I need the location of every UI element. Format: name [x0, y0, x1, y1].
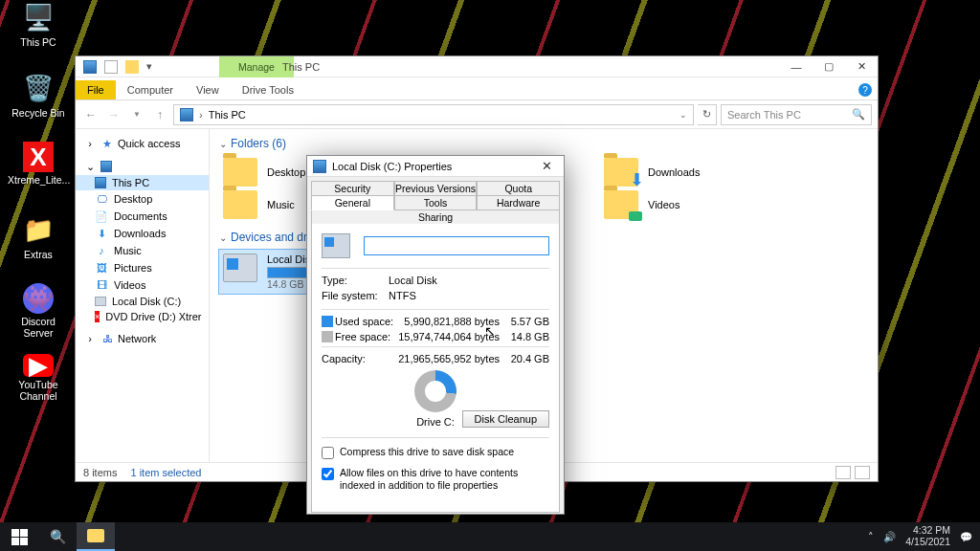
properties-icon[interactable] [104, 60, 118, 74]
label-used: Used space: [335, 316, 396, 327]
folder-videos[interactable]: Videos [600, 188, 772, 221]
label-capacity: Capacity: [322, 353, 396, 364]
nav-item-dvd-drive[interactable]: ×DVD Drive (D:) Xtrer [76, 309, 209, 324]
drive-letter-label: Drive C: [416, 416, 455, 428]
group-folders[interactable]: Folders (6) [219, 137, 868, 150]
nav-network[interactable]: ›🖧Network [76, 330, 209, 347]
nav-label: Local Disk (C:) [112, 296, 181, 307]
nav-item-desktop[interactable]: 🖵Desktop [76, 190, 209, 208]
back-button[interactable]: ← [81, 105, 100, 124]
taskbar: 🔍 ˄ 🔊 4:32 PM 4/15/2021 💬 [0, 522, 980, 551]
value-filesystem: NTFS [389, 290, 549, 301]
minimize-button[interactable]: — [780, 56, 813, 77]
pc-icon [180, 108, 193, 121]
nav-item-music[interactable]: ♪Music [76, 242, 209, 259]
dialog-title: Local Disk (C:) Properties [332, 161, 452, 172]
chevron-right-icon: › [83, 137, 97, 150]
tab-security[interactable]: Security [311, 181, 394, 196]
desktop-icon-extras[interactable]: 📁 Extras [8, 212, 69, 260]
desktop-icon-label: Discord Server [8, 316, 69, 339]
drive-icon [322, 233, 350, 258]
drive-icon [223, 253, 257, 282]
desktop-icon-recycle-bin[interactable]: 🗑️ Recycle Bin [8, 71, 69, 119]
index-checkbox[interactable]: Allow files on this drive to have conten… [322, 467, 549, 492]
nav-label: Documents [114, 210, 167, 222]
ribbon-tab-file[interactable]: File [76, 80, 116, 99]
close-button[interactable]: ✕ [535, 159, 558, 173]
dialog-titlebar[interactable]: Local Disk (C:) Properties ✕ [307, 156, 564, 177]
tab-hardware[interactable]: Hardware [477, 195, 560, 210]
music-icon: ♪ [95, 244, 108, 257]
start-button[interactable] [0, 522, 38, 551]
desktop-icon-xtreme[interactable]: X Xtreme_Lite... [8, 142, 69, 186]
used-space-swatch [322, 316, 333, 327]
tab-tools[interactable]: Tools [394, 195, 478, 210]
nav-label: Desktop [114, 193, 152, 205]
up-button[interactable]: ↑ [150, 105, 169, 124]
chevron-down-icon[interactable]: ⌄ [679, 110, 687, 120]
desktop-icon-label: Recycle Bin [8, 107, 69, 119]
tab-quota[interactable]: Quota [477, 181, 560, 196]
compress-checkbox-input[interactable] [322, 447, 334, 459]
value-capacity-bytes: 21,965,565,952 bytes [396, 353, 500, 364]
help-icon[interactable]: ? [858, 83, 872, 97]
tray-chevron-up-icon[interactable]: ˄ [868, 531, 874, 542]
maximize-button[interactable]: ▢ [813, 56, 845, 77]
nav-item-pictures[interactable]: 🖼Pictures [76, 259, 209, 276]
system-tray: ˄ 🔊 4:32 PM 4/15/2021 💬 [860, 525, 980, 547]
tab-general[interactable]: General [311, 195, 394, 210]
status-item-count: 8 items [83, 467, 117, 478]
value-free-human: 14.8 GB [500, 331, 549, 342]
status-selection: 1 item selected [130, 467, 201, 478]
refresh-button[interactable] [698, 104, 717, 125]
forward-button[interactable]: → [104, 105, 123, 124]
new-folder-icon[interactable] [125, 60, 139, 74]
usage-donut-icon [414, 370, 457, 412]
address-bar[interactable]: › This PC ⌄ [173, 104, 694, 125]
compress-checkbox[interactable]: Compress this drive to save disk space [322, 446, 549, 459]
tray-volume-icon[interactable]: 🔊 [883, 531, 896, 543]
desktop-icon-discord[interactable]: 👾 Discord Server [8, 283, 69, 339]
search-placeholder: Search This PC [727, 109, 801, 121]
nav-pane: ›★Quick access ⌄ This PC 🖵Desktop 📄Docum… [76, 129, 210, 462]
disc-icon: × [95, 311, 100, 322]
tray-clock[interactable]: 4:32 PM 4/15/2021 [905, 525, 950, 547]
nav-this-pc[interactable]: ⌄ [76, 158, 209, 175]
drive-label-input[interactable] [364, 236, 549, 255]
folder-downloads[interactable]: Downloads [600, 156, 772, 188]
chevron-right-icon[interactable]: › [199, 109, 203, 121]
index-checkbox-input[interactable] [322, 468, 334, 480]
ribbon-tab-computer[interactable]: Computer [116, 80, 185, 99]
desktop-icon-youtube[interactable]: ▶ YouTube Channel [8, 354, 69, 402]
view-details-button[interactable] [835, 466, 851, 479]
nav-item-documents[interactable]: 📄Documents [76, 208, 209, 225]
ribbon-tab-drive-tools[interactable]: Drive Tools [231, 80, 305, 99]
tab-sharing[interactable]: Sharing [311, 209, 560, 225]
qat-dropdown-icon[interactable]: ▾ [146, 60, 160, 74]
action-center-icon[interactable]: 💬 [960, 531, 972, 543]
search-button[interactable]: 🔍 [38, 522, 77, 551]
desktop-icon-this-pc[interactable]: 🖥️ This PC [8, 0, 69, 48]
pc-icon [95, 177, 106, 188]
x-icon: X [23, 142, 54, 172]
recent-locations-button[interactable]: ▼ [127, 105, 146, 124]
disk-cleanup-button[interactable]: Disk Cleanup [462, 410, 549, 428]
tab-pane-general: Type:Local Disk File system:NTFS Used sp… [311, 224, 560, 513]
drive-icon [313, 160, 326, 173]
close-button[interactable]: ✕ [845, 56, 878, 77]
taskbar-explorer-button[interactable] [77, 522, 115, 551]
nav-item-downloads[interactable]: ⬇Downloads [76, 225, 209, 242]
search-input[interactable]: Search This PC 🔍 [721, 104, 872, 125]
nav-quick-access[interactable]: ›★Quick access [76, 135, 209, 152]
view-large-icons-button[interactable] [855, 466, 870, 479]
tab-previous-versions[interactable]: Previous Versions [394, 181, 478, 196]
nav-item-this-pc[interactable]: This PC [76, 175, 209, 190]
nav-item-local-disk[interactable]: Local Disk (C:) [76, 294, 209, 309]
nav-item-videos[interactable]: 🎞Videos [76, 276, 209, 294]
desktop-icon-label: YouTube Channel [8, 379, 69, 402]
ribbon-tab-view[interactable]: View [185, 80, 231, 99]
folder-icon [604, 190, 638, 219]
value-type: Local Disk [389, 275, 549, 286]
folder-label: Music [267, 199, 295, 210]
titlebar[interactable]: ▾ This PC — ▢ ✕ [76, 56, 878, 77]
